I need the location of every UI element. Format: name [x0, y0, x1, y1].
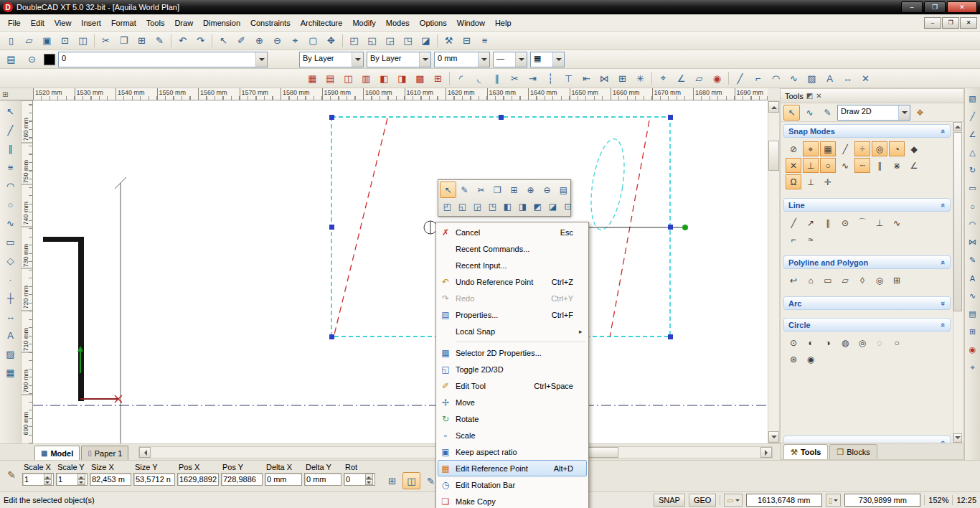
- y-coordinate-icon[interactable]: ▯: [826, 494, 842, 507]
- x-coordinate-icon[interactable]: ▭: [724, 494, 742, 507]
- edge-text-icon[interactable]: A: [965, 271, 980, 286]
- polyline-icon[interactable]: ⌐: [749, 70, 767, 87]
- snap-midpoint-icon[interactable]: ÷: [854, 141, 870, 156]
- text-icon[interactable]: A: [821, 70, 839, 87]
- angle-icon[interactable]: ∠: [672, 70, 690, 87]
- mini-select-icon[interactable]: ↖: [440, 182, 456, 198]
- hatch-tool-icon[interactable]: ▨: [1, 344, 20, 363]
- tangent-perpendicular-icon[interactable]: ⌐: [786, 232, 801, 247]
- draw-mode-select[interactable]: Draw 2D: [837, 105, 910, 121]
- menu-help[interactable]: Help: [490, 16, 517, 30]
- polygon-icon[interactable]: ⌂: [803, 273, 819, 288]
- view-sw-iso-icon[interactable]: ◩: [530, 198, 545, 215]
- selector-icon[interactable]: ↖: [215, 32, 232, 50]
- field-input[interactable]: 0 mm: [304, 473, 341, 486]
- snap-toggle-button[interactable]: SNAP: [654, 494, 685, 507]
- menu-selector-2d-properties[interactable]: ▦ Selector 2D Properties...: [438, 344, 587, 361]
- field-input[interactable]: 82,453 m: [90, 473, 131, 486]
- handle[interactable]: [329, 225, 334, 230]
- handle[interactable]: [329, 334, 334, 339]
- redo-icon[interactable]: ↷: [192, 32, 209, 50]
- handle[interactable]: [499, 115, 504, 120]
- edge-measure-icon[interactable]: ⌖: [965, 360, 980, 375]
- draw-mode-arrow-icon[interactable]: [898, 105, 910, 120]
- line-icon[interactable]: ╱: [786, 215, 801, 230]
- menu-modes[interactable]: Modes: [381, 16, 415, 30]
- scroll-thumb[interactable]: [588, 447, 618, 458]
- multiline-tool-icon[interactable]: ≡: [1, 158, 20, 177]
- edge-rotate-icon[interactable]: ↻: [965, 163, 980, 178]
- view-left-icon[interactable]: ◲: [381, 32, 399, 50]
- print-icon[interactable]: ⊡: [56, 32, 74, 50]
- chamfer-icon[interactable]: ◟: [470, 70, 488, 87]
- rectangle-tool-icon[interactable]: ▭: [1, 232, 20, 251]
- pattern-select[interactable]: —: [493, 52, 527, 67]
- view-front-icon[interactable]: ◱: [363, 32, 381, 50]
- cut-icon[interactable]: ✂: [97, 32, 115, 50]
- section-header-arc[interactable]: Arc »: [783, 296, 951, 310]
- undo-icon[interactable]: ↶: [174, 32, 192, 50]
- menu-undo-reference-point[interactable]: ↶ Undo Reference Point Ctrl+Z: [438, 273, 587, 290]
- menu-local-snap[interactable]: Local Snap ▸: [438, 323, 587, 339]
- panel-select-icon[interactable]: ↖: [783, 105, 800, 121]
- mini-edit-icon[interactable]: ✎: [456, 182, 473, 198]
- shrink-icon[interactable]: ⇤: [578, 70, 595, 87]
- handle[interactable]: [668, 225, 673, 230]
- snap-quadrant-icon[interactable]: ◔: [889, 141, 905, 156]
- zoom-in-icon[interactable]: ⊕: [250, 32, 268, 50]
- collapse-chevron-icon[interactable]: «: [939, 260, 948, 264]
- dimension-icon[interactable]: ↔: [839, 70, 857, 87]
- open-icon[interactable]: ▱: [20, 32, 38, 50]
- field-input[interactable]: 0: [344, 473, 375, 486]
- edge-rect-icon[interactable]: ▭: [965, 181, 980, 196]
- menu-scale[interactable]: ▫ Scale: [438, 427, 587, 443]
- tab-paper1[interactable]: ▯ Paper 1: [81, 446, 128, 460]
- edge-line-icon[interactable]: ╱: [965, 109, 980, 124]
- paste-icon[interactable]: ⊞: [133, 32, 151, 50]
- circle-tangent-line-icon[interactable]: ◍: [837, 335, 853, 350]
- line-icon[interactable]: ╱: [731, 70, 749, 87]
- field-input[interactable]: 1: [22, 473, 54, 486]
- menu-recent-input[interactable]: Recent Input...: [438, 257, 587, 273]
- window-tool-icon[interactable]: ◫: [339, 70, 357, 87]
- circle-tool-icon[interactable]: ○: [1, 195, 20, 214]
- mini-properties-icon[interactable]: ▤: [555, 182, 572, 198]
- view-se-iso-icon[interactable]: ◪: [545, 198, 560, 215]
- menu-edit-reference-point[interactable]: ▦ Edit Reference Point Alt+D: [438, 460, 587, 476]
- panel-curve-icon[interactable]: ∿: [801, 105, 818, 121]
- edge-hatch-icon[interactable]: ▤: [965, 306, 980, 321]
- color-swatch[interactable]: [44, 54, 55, 65]
- pen-color-arrow-icon[interactable]: [352, 52, 363, 67]
- layer-select[interactable]: 0: [58, 52, 268, 67]
- snap-angle-icon[interactable]: ∠: [906, 158, 922, 173]
- scroll-thumb[interactable]: [953, 132, 962, 311]
- selected-line[interactable]: [334, 118, 387, 337]
- snap-extension-icon[interactable]: ┄: [854, 158, 870, 173]
- line-style-arrow-icon[interactable]: [419, 52, 430, 67]
- field-input[interactable]: 53,5712 n: [133, 473, 175, 486]
- arc-icon[interactable]: ◠: [767, 70, 785, 87]
- panel-brush-icon[interactable]: ✎: [819, 105, 836, 121]
- rectangle-icon[interactable]: ▭: [820, 273, 836, 288]
- layer-select-arrow-icon[interactable]: [255, 52, 267, 67]
- ellipse-shape[interactable]: [585, 137, 630, 232]
- dimension-tool-icon[interactable]: ↔: [1, 307, 20, 326]
- workspace-settings-icon[interactable]: ⚒: [440, 32, 458, 50]
- mini-cut-icon[interactable]: ✂: [473, 182, 489, 198]
- door-tool-icon[interactable]: ▤: [321, 70, 339, 87]
- snap-tangent-icon[interactable]: ○: [820, 158, 836, 173]
- menu-window[interactable]: Window: [452, 16, 490, 30]
- magnetic-point-icon[interactable]: Ω: [786, 174, 801, 189]
- point-tool-icon[interactable]: ·: [1, 270, 20, 288]
- pen-color-select[interactable]: By Layer: [299, 52, 364, 67]
- meet-icon[interactable]: ⊤: [560, 70, 578, 87]
- line-tool-icon[interactable]: ╱: [1, 121, 20, 139]
- section-header-line[interactable]: Line «: [783, 198, 951, 212]
- menu-recent-commands[interactable]: Recent Commands...: [438, 240, 587, 257]
- menu-view[interactable]: View: [50, 16, 77, 30]
- rotated-rectangle-icon[interactable]: ▱: [837, 273, 853, 288]
- polygon-tool-icon[interactable]: ◇: [1, 251, 20, 270]
- slab-tool-icon[interactable]: ◨: [393, 70, 411, 87]
- menu-edit-rotation-bar[interactable]: ◷ Edit Rotation Bar: [438, 476, 587, 493]
- edge-spline-icon[interactable]: ∿: [965, 288, 980, 304]
